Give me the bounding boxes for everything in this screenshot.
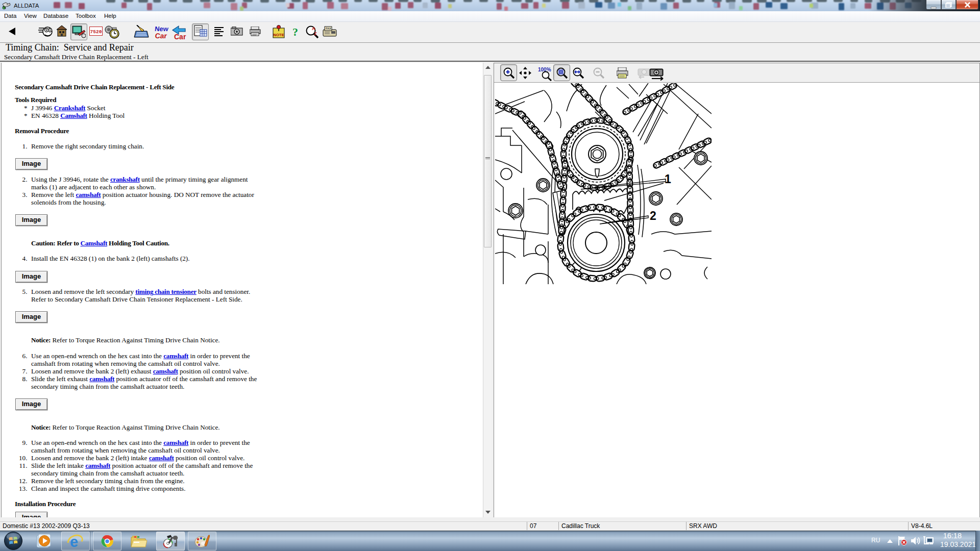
svg-text:Car: Car [155,32,168,40]
svg-text:NOTE: NOTE [274,33,284,37]
svg-text:7520: 7520 [90,29,102,35]
svg-text:2: 2 [650,209,656,222]
svg-text:Z: Z [314,31,317,36]
svg-text:A: A [312,26,315,31]
svg-text:FAX: FAX [326,27,331,30]
svg-text:Car: Car [174,33,186,40]
svg-text:1: 1 [665,172,671,186]
